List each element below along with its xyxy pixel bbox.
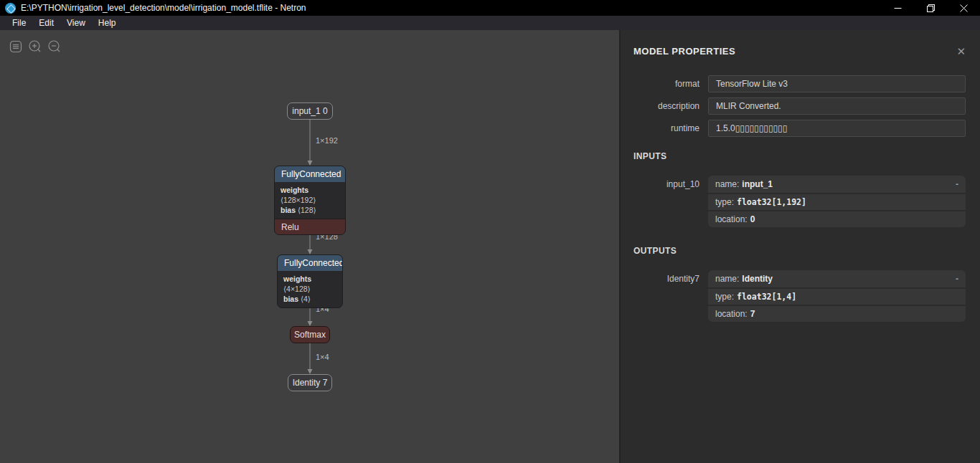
model-properties-button[interactable] [9,39,23,54]
type-label: type: [715,197,734,207]
node-attributes: weights ⟨4×128⟩ bias ⟨4⟩ [278,271,342,307]
bias-label: bias [281,206,296,214]
close-icon [960,4,968,12]
bias-label: bias [283,295,298,303]
output-name-row: name: Identity - [708,270,966,287]
model-properties-list: format TensorFlow Lite v3 description ML… [633,75,966,137]
type-value: float32[1,4] [737,292,796,302]
weights-label: weights [281,186,308,194]
netron-window: E:\PYTHON\irrigation_level_detection\mod… [0,0,980,463]
menu-edit[interactable]: Edit [32,16,60,29]
collapse-toggle[interactable]: - [956,274,958,284]
graph-node-softmax[interactable]: Softmax [290,326,330,343]
property-value: 1.5.0▯▯▯▯▯▯▯▯▯▯▯ [708,120,966,137]
property-row-runtime: runtime 1.5.0▯▯▯▯▯▯▯▯▯▯▯ [633,120,966,137]
graph-node-output[interactable]: Identity 7 [288,374,332,391]
location-label: location: [715,214,748,224]
output-arg-name: Identity7 [633,270,708,322]
type-label: type: [715,292,734,302]
collapse-toggle[interactable]: - [956,179,958,189]
zoom-in-button[interactable] [28,39,42,54]
location-value: 7 [750,309,755,319]
input-argument: input_10 name: input_1 - type: float32[1… [633,176,966,227]
graph-node-fullyconnected-2[interactable]: FullyConnected weights ⟨4×128⟩ bias ⟨4⟩ [277,254,343,308]
minimize-button[interactable] [881,0,914,16]
window-title: E:\PYTHON\irrigation_level_detection\mod… [21,3,306,13]
property-label: format [633,75,708,92]
node-attributes: weights ⟨128×192⟩ bias ⟨128⟩ [275,182,345,219]
property-label: description [633,97,708,115]
close-window-button[interactable] [947,0,980,16]
outputs-section-header: OUTPUTS [633,246,966,256]
edge-label-1x192: 1×192 [316,136,338,145]
input-name-row: name: input_1 - [708,176,966,193]
property-row-format: format TensorFlow Lite v3 [633,75,966,92]
model-properties-panel: MODEL PROPERTIES ✕ format TensorFlow Lit… [621,30,980,463]
output-location-row: location: 7 [708,305,966,322]
node-activation: Relu [275,219,345,234]
node-header: FullyConnected [278,255,342,271]
titlebar: E:\PYTHON\irrigation_level_detection\mod… [0,0,980,16]
name-value: input_1 [742,179,773,189]
property-row-description: description MLIR Converted. [633,97,966,115]
restore-button[interactable] [914,0,947,16]
minimize-icon [894,4,902,12]
netron-app-icon [5,3,16,14]
input-arg-name: input_10 [633,176,708,227]
input-type-row: type: float32[1,192] [708,193,966,210]
graph-edges [0,30,621,463]
zoom-out-icon [47,39,62,54]
weights-shape: ⟨128×192⟩ [281,196,316,204]
sidebar-menu-icon [9,39,23,54]
window-controls [881,0,980,16]
restore-icon [927,4,935,12]
input-arg-card: name: input_1 - type: float32[1,192] loc… [708,176,966,227]
node-header: FullyConnected [275,166,345,182]
graph-node-input[interactable]: input_1 0 [287,102,333,120]
menu-view[interactable]: View [60,16,92,29]
name-label: name: [715,274,739,284]
property-value: MLIR Converted. [708,97,966,115]
graph-canvas[interactable]: 1×192 1×128 1×4 1×4 input_1 0 FullyConne… [0,30,621,463]
menu-help[interactable]: Help [92,16,123,29]
bias-shape: ⟨128⟩ [298,206,316,214]
panel-close-icon[interactable]: ✕ [956,47,966,57]
graph-node-fullyconnected-1[interactable]: FullyConnected weights ⟨128×192⟩ bias ⟨1… [274,166,346,235]
input-location-row: location: 0 [708,210,966,227]
panel-title: MODEL PROPERTIES [633,46,735,57]
bias-shape: ⟨4⟩ [301,295,311,303]
type-value: float32[1,192] [737,197,806,207]
inputs-section-header: INPUTS [633,151,966,161]
weights-label: weights [283,275,311,283]
canvas-toolbar [9,39,62,54]
output-argument: Identity7 name: Identity - type: float32… [633,270,966,322]
name-label: name: [715,179,739,189]
zoom-out-button[interactable] [47,39,62,54]
output-type-row: type: float32[1,4] [708,287,966,305]
weights-shape: ⟨4×128⟩ [283,285,311,293]
location-value: 0 [750,214,755,224]
menu-file[interactable]: File [6,16,32,29]
menubar: File Edit View Help [0,16,980,30]
zoom-in-icon [28,39,42,54]
name-value: Identity [742,274,773,284]
output-arg-card: name: Identity - type: float32[1,4] loca… [708,270,966,322]
property-value: TensorFlow Lite v3 [708,75,966,92]
property-label: runtime [633,120,708,137]
location-label: location: [715,309,748,319]
edge-label-1x4-b: 1×4 [316,353,329,361]
